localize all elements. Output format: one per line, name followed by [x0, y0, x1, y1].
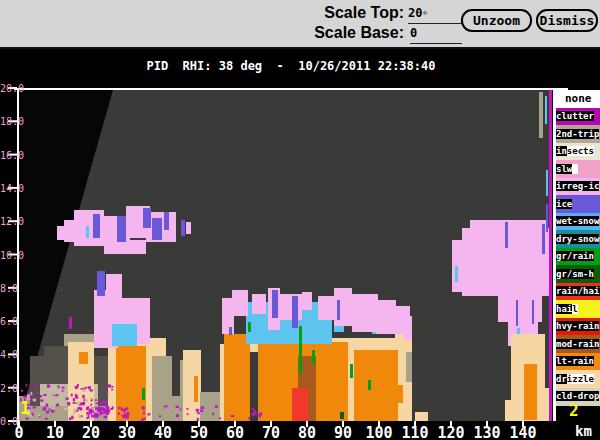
- y-tick-label: 8.0: [0, 283, 16, 294]
- x-tick-label: 30: [118, 424, 136, 440]
- x-tick-label: 10: [46, 424, 64, 440]
- legend-item-gr/sm-h: gr/sm-h: [556, 265, 600, 283]
- legend-item-gr/rain: gr/rain: [556, 248, 600, 266]
- cross-section-end-marker: 2: [569, 401, 579, 420]
- y-tick-label: 20.0: [0, 83, 16, 94]
- plot-title: PID RHI: 38 deg - 10/26/2011 22:38:40: [14, 59, 568, 73]
- y-tick-label: 16.0: [0, 150, 16, 161]
- legend: noneclutter2nd-tripinsectsslw irreg-icic…: [556, 90, 600, 406]
- legend-item-ice: ice: [556, 195, 600, 213]
- legend-item-clutter: clutter: [556, 108, 600, 126]
- legend-item-dry-snow: dry-snow: [556, 230, 600, 248]
- y-tick-label: 4.0: [0, 349, 16, 360]
- legend-item-mod-rain: mod-rain: [556, 335, 600, 353]
- legend-item-hvy-rain: hvy-rain: [556, 318, 600, 336]
- x-tick-label: 80: [298, 424, 316, 440]
- pid-rhi-window: Scale Top: 20◆ Scale Base: 0 Unzoom Dism…: [0, 0, 600, 440]
- x-tick-label: 120: [437, 424, 464, 440]
- x-tick-label: 90: [334, 424, 352, 440]
- x-tick-label: 20: [82, 424, 100, 440]
- x-tick-label: 130: [473, 424, 500, 440]
- scale-top-input[interactable]: 20◆: [408, 6, 466, 24]
- legend-item-irreg-ic: irreg-ic: [556, 178, 600, 196]
- legend-item-2nd-trip: 2nd-trip: [556, 125, 600, 143]
- scale-top-label: Scale Top:: [284, 4, 404, 22]
- y-tick-label: 2.0: [0, 383, 16, 394]
- x-tick-label: 100: [365, 424, 392, 440]
- legend-item-none: none: [556, 90, 600, 108]
- dismiss-button[interactable]: Dismiss: [536, 9, 598, 32]
- x-tick-label: 50: [190, 424, 208, 440]
- legend-item-wet-snow: wet-snow: [556, 213, 600, 231]
- y-tick-label: 18.0: [0, 116, 16, 127]
- legend-item-insects: insects: [556, 143, 600, 161]
- cross-section-start-marker: 1: [20, 398, 30, 418]
- x-tick-label: 70: [262, 424, 280, 440]
- scale-base-input[interactable]: 0: [410, 26, 462, 44]
- y-tick-label: 14.0: [0, 183, 16, 194]
- legend-item-lt-rain: lt-rain: [556, 353, 600, 371]
- legend-item-rain/hail: rain/hail: [556, 283, 600, 301]
- y-tick-label: 0.0: [0, 416, 16, 427]
- text-caret-icon: ◆: [422, 8, 427, 17]
- x-tick-label: 110: [401, 424, 428, 440]
- unzoom-button[interactable]: Unzoom: [461, 9, 532, 32]
- x-tick-label: 40: [154, 424, 172, 440]
- legend-item-slw: slw: [556, 160, 600, 178]
- y-tick-label: 6.0: [0, 316, 16, 327]
- y-tick-label: 10.0: [0, 250, 16, 261]
- x-tick-label: 140: [509, 424, 536, 440]
- y-tick-label: 12.0: [0, 216, 16, 227]
- x-tick-label: 60: [226, 424, 244, 440]
- legend-item-drizzle: drizzle: [556, 370, 600, 388]
- legend-item-hail: hail: [556, 300, 600, 318]
- x-axis-unit-label: km: [575, 423, 592, 439]
- scale-base-label: Scale Base:: [284, 24, 404, 42]
- scale-base-value: 0: [410, 26, 417, 40]
- scale-top-value: 20: [408, 6, 422, 20]
- toolbar: Scale Top: 20◆ Scale Base: 0 Unzoom Dism…: [0, 0, 600, 49]
